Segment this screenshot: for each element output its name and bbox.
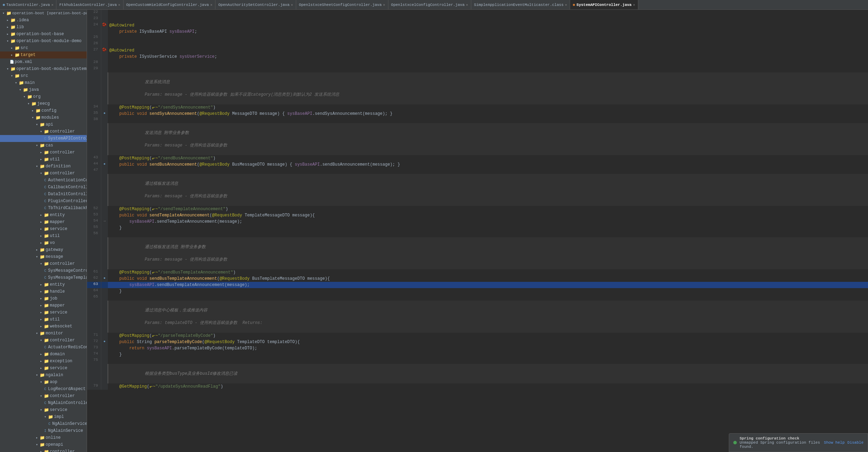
sidebar-item-ng-controller[interactable]: ▾ 📁 controller [0,392,87,399]
sidebar-item-definition[interactable]: ▾ 📁 definition [0,163,87,170]
close-icon[interactable]: ✕ [633,3,635,7]
sidebar-item-boot-base[interactable]: ▸ 📁 operation-boot-base [0,31,87,38]
code-content[interactable]: 22 23 24 🫘 @Autowired [87,10,868,452]
line-number: 47 [87,168,101,174]
sidebar-item-ngalain-controller[interactable]: C NgAlainController [0,399,87,406]
sidebar-item-api[interactable]: ▾ 📁 api [0,121,87,128]
sidebar-item-datainit-controller[interactable]: C DataInitController [0,191,87,198]
sidebar-item-demo-pom[interactable]: 📄 pom.xml [0,58,87,65]
sidebar-item-msg-websocket[interactable]: ▸ 📁 websocket [0,323,87,330]
sidebar-item-gateway[interactable]: ▸ 📁 gateway [0,246,87,253]
sidebar-item-msg-entity[interactable]: ▸ 📁 entity [0,281,87,288]
sidebar-item-lib[interactable]: ▸ 📁 lib [0,24,87,31]
line-marker [101,288,108,294]
sidebar-item-ng-impl[interactable]: ▾ 📁 impl [0,413,87,420]
show-help-link[interactable]: Show help [824,441,844,445]
sidebar-item-ng-service-impl[interactable]: C NgAlainServiceImpl [0,420,87,427]
sidebar-item-def-entity[interactable]: ▸ 📁 entity [0,212,87,219]
sidebar-item-monitor-service[interactable]: ▸ 📁 service [0,365,87,372]
close-icon[interactable]: ✕ [565,3,567,7]
sidebar-item-ngalain[interactable]: ▾ 📁 ngalain [0,372,87,379]
line-number: 65 [87,294,101,301]
sidebar-item-msg-mapper[interactable]: ▸ 📁 mapper [0,302,87,309]
sidebar-item-msg-controller[interactable]: ▾ 📁 controller [0,260,87,267]
sidebar-item-cas[interactable]: ▾ 📁 cas [0,142,87,149]
tab-openauthority[interactable]: OpenAuthoritySetController.java ✕ [215,0,296,10]
sidebar-item-msg-util[interactable]: ▸ 📁 util [0,316,87,323]
sidebar-item-ng-service[interactable]: ▾ 📁 service [0,406,87,413]
line-marker [101,123,108,155]
sidebar-item-boot-system[interactable]: ▾ 📁 operation-boot-module-system [0,65,87,72]
sidebar-item-api-controller[interactable]: ▾ 📁 controller [0,128,87,135]
line-marker: ● [101,161,108,168]
sidebar-item-label: handle [50,289,65,294]
sidebar-item-ng-service-iface[interactable]: I NgAlainService [0,427,87,434]
sidebar-item-idea[interactable]: ▸ 📁 .idea [0,17,87,24]
close-icon[interactable]: ✕ [118,3,120,7]
sidebar-item-auth-controller[interactable]: C AuthenticationController [0,177,87,184]
sidebar-item-modules[interactable]: ▾ 📁 modules [0,114,87,121]
close-icon[interactable]: ✕ [291,3,293,7]
sidebar-item-cas-util[interactable]: ▸ 📁 util [0,156,87,163]
expand-icon: ▾ [35,373,39,377]
sidebar-item-demo-target[interactable]: ▸ 📁 target [0,51,87,58]
close-icon[interactable]: ✕ [210,3,212,7]
sidebar-item-def-util[interactable]: ▸ 📁 util [0,232,87,239]
sidebar-item-system-org[interactable]: ▾ 📁 org [0,93,87,100]
tab-openconfig[interactable]: OpenlstxcelConfigController.java ✕ [388,0,471,10]
sidebar-item-system-jeecg[interactable]: ▾ 📁 jeecg [0,100,87,107]
sidebar-item-boot-demo[interactable]: ▾ 📁 operation-boot-module-demo [0,38,87,45]
disable-link[interactable]: Disable [847,441,863,445]
sidebar-item-message[interactable]: ▾ 📁 message [0,253,87,260]
tab-opencustom[interactable]: OpenCustomHieldConfigController.java ✕ [124,0,216,10]
sidebar-item-root[interactable]: ▾ 📁 operation-boot [operation-boot-paren… [0,10,87,17]
sidebar-item-msg-job[interactable]: ▸ 📁 job [0,295,87,302]
sidebar-item-monitor-exception[interactable]: ▸ 📁 exception [0,358,87,365]
sidebar-item-system-java[interactable]: ▾ 📁 java [0,86,87,93]
sidebar-item-config[interactable]: ▸ 📁 config [0,107,87,114]
sidebar-item-sysmsg-controller[interactable]: C SysMessageController [0,267,87,274]
close-icon[interactable]: ✕ [383,3,385,7]
class-icon: C [43,137,47,141]
tab-ftkhublas[interactable]: FtkhublaskController.java ✕ [56,0,123,10]
sidebar-item-def-controller[interactable]: ▾ 📁 controller [0,170,87,177]
line-marker [101,168,108,174]
sidebar-item-monitor-domain[interactable]: ▸ 📁 domain [0,351,87,358]
comment-block: 通过模板发送消息 Params: message - 使用构造器赋值参数 [108,174,868,206]
line-code [108,60,868,66]
close-icon[interactable]: ✕ [51,3,53,7]
line-code: public String parseTemplateByCode(@Reque… [108,339,868,345]
sidebar-item-monitor[interactable]: ▾ 📁 monitor [0,330,87,337]
tab-task-controller[interactable]: TaskController.java ✕ [0,0,56,10]
sidebar-item-demo-src[interactable]: ▸ 📁 src [0,45,87,51]
sidebar-item-system-src[interactable]: ▾ 📁 src [0,72,87,79]
sidebar-item-plugin-controller[interactable]: C PluginController [0,198,87,205]
sidebar-item-def-vo[interactable]: ▸ 📁 vo [0,239,87,246]
expand-icon: ▾ [18,88,22,92]
sidebar-item-logrecord-aspect[interactable]: C LogRecordAspect [0,386,87,392]
sidebar-item-msg-handle[interactable]: ▸ 📁 handle [0,288,87,295]
sidebar-item-label: exception [50,359,72,364]
tab-multicaster[interactable]: SimpleApplicationEventMulticaster.class … [471,0,570,10]
sidebar-item-online[interactable]: ▸ 📁 online [0,434,87,441]
code-line-22: 22 [87,10,868,16]
sidebar-item-tbthird-controller[interactable]: C TbThirdCallbackRecordController [0,205,87,212]
sidebar-item-ng-aop[interactable]: ▾ 📁 aop [0,379,87,386]
sidebar-item-sysmsgtemplate-controller[interactable]: C SysMessageTemplateController [0,274,87,281]
line-code: public void sendSysAnnouncement(@Request… [108,111,868,117]
close-icon[interactable]: ✕ [466,3,468,7]
sidebar-item-label: aop [50,380,57,384]
sidebar-item-actuator-controller[interactable]: C ActuatorRedisController [0,344,87,351]
tab-opensheet[interactable]: OpenlstxceSheetConfigController.java ✕ [296,0,388,10]
sidebar-item-openapi[interactable]: ▾ 📁 openapi [0,441,87,448]
sidebar-item-cas-controller[interactable]: ▸ 📁 controller [0,149,87,156]
sidebar-item-openapi-controller[interactable]: ▸ 📁 controller [0,448,87,452]
sidebar-item-callback-controller[interactable]: C CallbackController [0,184,87,191]
sidebar-item-system-main[interactable]: ▾ 📁 main [0,79,87,86]
sidebar-item-monitor-controller[interactable]: ▾ 📁 controller [0,337,87,344]
tab-system-api[interactable]: SystemAPIController.java ✕ [570,0,638,10]
sidebar-item-msg-service[interactable]: ▸ 📁 service [0,309,87,316]
sidebar-item-system-api-controller[interactable]: C SystemAPIController [0,135,87,142]
sidebar-item-def-service[interactable]: ▸ 📁 service [0,225,87,232]
sidebar-item-def-mapper[interactable]: ▸ 📁 mapper [0,219,87,225]
